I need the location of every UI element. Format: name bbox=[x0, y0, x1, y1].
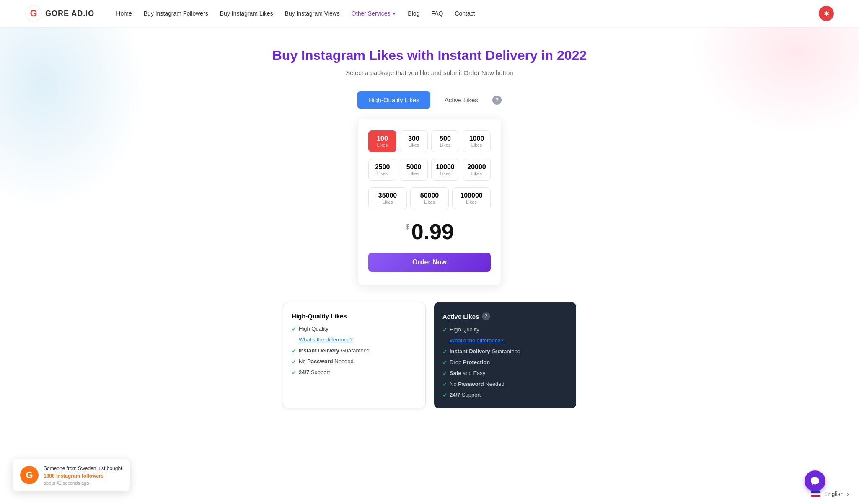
feature-item-al-1: ✓ High Quality bbox=[442, 326, 568, 333]
check-icon: ✓ bbox=[442, 392, 447, 398]
pkg-100000[interactable]: 100000 Likes bbox=[452, 187, 491, 209]
tab-high-quality[interactable]: High-Quality Likes bbox=[357, 91, 430, 109]
toast-avatar: G bbox=[20, 466, 39, 484]
dropdown-arrow-icon: ▼ bbox=[392, 11, 396, 16]
main-content: Buy Instagram Likes with Instant Deliver… bbox=[0, 27, 859, 434]
pkg-300[interactable]: 300 Likes bbox=[400, 130, 428, 152]
feature-item-al-2: ✓ What's the difference? bbox=[442, 337, 568, 344]
nav-other-services[interactable]: Other Services ▼ bbox=[347, 7, 401, 20]
toast-time: about 42 seconds ago bbox=[44, 481, 122, 486]
brand-logo-icon: G bbox=[25, 5, 42, 22]
svg-text:G: G bbox=[30, 8, 37, 18]
nav-faq[interactable]: FAQ bbox=[426, 7, 448, 20]
feature-item-hq-1: ✓ High Quality bbox=[292, 326, 417, 332]
pkg-2500[interactable]: 2500 Likes bbox=[368, 159, 396, 181]
feature-item-hq-3: ✓ Instant Delivery Guaranteed bbox=[292, 347, 417, 354]
feature-item-hq-2: ✓ What's the difference? bbox=[292, 336, 417, 343]
check-icon: ✓ bbox=[442, 370, 447, 377]
high-quality-feature-list: ✓ High Quality ✓ What's the difference? … bbox=[292, 326, 417, 376]
tab-active-likes[interactable]: Active Likes bbox=[434, 91, 489, 109]
svg-text:G: G bbox=[26, 470, 33, 480]
brand-name: GORE AD.IO bbox=[45, 9, 94, 18]
toast-message: Someone from Sweden just bought 1000 Ins… bbox=[44, 465, 122, 480]
nav-action-button[interactable]: ✱ bbox=[819, 6, 834, 21]
active-likes-card-title: Active Likes ? bbox=[442, 312, 568, 320]
price-symbol: $ bbox=[405, 222, 409, 231]
nav-icon-glyph: ✱ bbox=[824, 10, 829, 18]
nav-home[interactable]: Home bbox=[111, 7, 137, 20]
pkg-1000[interactable]: 1000 Likes bbox=[463, 130, 491, 152]
check-icon: ✓ bbox=[442, 381, 447, 388]
pkg-20000[interactable]: 20000 Likes bbox=[463, 159, 491, 181]
likes-grid-row1: 100 Likes 300 Likes 500 Likes 1000 Likes bbox=[368, 130, 491, 152]
toast-highlight: 1000 Instagram followers bbox=[44, 473, 103, 479]
nav-contact[interactable]: Contact bbox=[450, 7, 480, 20]
chat-button[interactable] bbox=[805, 470, 825, 491]
nav-buy-likes[interactable]: Buy Instagram Likes bbox=[215, 7, 278, 20]
page-subtitle: Select a package that you like and submi… bbox=[8, 69, 851, 76]
check-icon: ✓ bbox=[442, 349, 447, 355]
feature-card-high-quality: High-Quality Likes ✓ High Quality ✓ What… bbox=[283, 302, 426, 408]
flag-icon bbox=[811, 491, 821, 497]
pkg-35000[interactable]: 35000 Likes bbox=[368, 187, 407, 209]
page-title: Buy Instagram Likes with Instant Deliver… bbox=[8, 48, 851, 63]
check-icon: ✓ bbox=[442, 359, 447, 366]
pkg-100[interactable]: 100 Likes bbox=[368, 130, 396, 152]
nav-buy-views[interactable]: Buy Instagram Views bbox=[280, 7, 345, 20]
feature-cards: High-Quality Likes ✓ High Quality ✓ What… bbox=[283, 302, 576, 408]
feature-card-active-likes: Active Likes ? ✓ High Quality ✓ What's t… bbox=[434, 302, 576, 408]
feature-item-al-6: ✓ No Password Needed bbox=[442, 381, 568, 388]
active-likes-help-icon[interactable]: ? bbox=[482, 312, 490, 320]
check-icon: ✓ bbox=[292, 359, 296, 365]
pkg-10000[interactable]: 10000 Likes bbox=[431, 159, 459, 181]
high-quality-card-title: High-Quality Likes bbox=[292, 313, 417, 320]
nav-blog[interactable]: Blog bbox=[403, 7, 424, 20]
toast-notification: G Someone from Sweden just bought 1000 I… bbox=[13, 459, 130, 491]
al-whats-difference-link[interactable]: What's the difference? bbox=[450, 337, 504, 344]
nav-buy-followers[interactable]: Buy Instagram Followers bbox=[139, 7, 213, 20]
brand-logo-link[interactable]: G GORE AD.IO bbox=[25, 5, 94, 22]
check-icon: ✓ bbox=[292, 370, 296, 376]
likes-grid-row3: 35000 Likes 50000 Likes 100000 Likes bbox=[368, 187, 491, 209]
feature-item-al-5: ✓ Safe and Easy bbox=[442, 370, 568, 377]
check-icon: ✓ bbox=[442, 327, 447, 333]
price-section: $ 0.99 bbox=[368, 219, 491, 244]
nav-links: Home Buy Instagram Followers Buy Instagr… bbox=[111, 7, 815, 20]
language-selector[interactable]: English › bbox=[811, 491, 849, 497]
pkg-50000[interactable]: 50000 Likes bbox=[410, 187, 449, 209]
toast-content: Someone from Sweden just bought 1000 Ins… bbox=[44, 465, 122, 486]
feature-item-al-4: ✓ Drop Protection bbox=[442, 359, 568, 366]
order-now-button[interactable]: Order Now bbox=[368, 253, 491, 272]
check-icon: ✓ bbox=[292, 326, 296, 332]
tabs-container: High-Quality Likes Active Likes ? bbox=[8, 91, 851, 109]
likes-grid-row2: 2500 Likes 5000 Likes 10000 Likes 20000 … bbox=[368, 159, 491, 181]
feature-item-al-7: ✓ 24/7 Support bbox=[442, 392, 568, 398]
tabs-help-icon[interactable]: ? bbox=[492, 96, 502, 105]
navbar: G GORE AD.IO Home Buy Instagram Follower… bbox=[0, 0, 859, 27]
chevron-right-icon: › bbox=[847, 491, 849, 497]
check-icon: ✓ bbox=[292, 348, 296, 354]
price-value: 0.99 bbox=[411, 219, 454, 244]
chat-icon bbox=[810, 476, 820, 486]
feature-item-hq-4: ✓ No Password Needed bbox=[292, 358, 417, 365]
feature-item-hq-5: ✓ 24/7 Support bbox=[292, 369, 417, 376]
hq-whats-difference-link[interactable]: What's the difference? bbox=[299, 336, 353, 343]
feature-item-al-3: ✓ Instant Delivery Guaranteed bbox=[442, 348, 568, 355]
package-card: 100 Likes 300 Likes 500 Likes 1000 Likes… bbox=[358, 119, 501, 285]
pkg-500[interactable]: 500 Likes bbox=[431, 130, 459, 152]
pkg-5000[interactable]: 5000 Likes bbox=[400, 159, 428, 181]
language-label: English bbox=[824, 491, 843, 497]
active-likes-feature-list: ✓ High Quality ✓ What's the difference? … bbox=[442, 326, 568, 398]
